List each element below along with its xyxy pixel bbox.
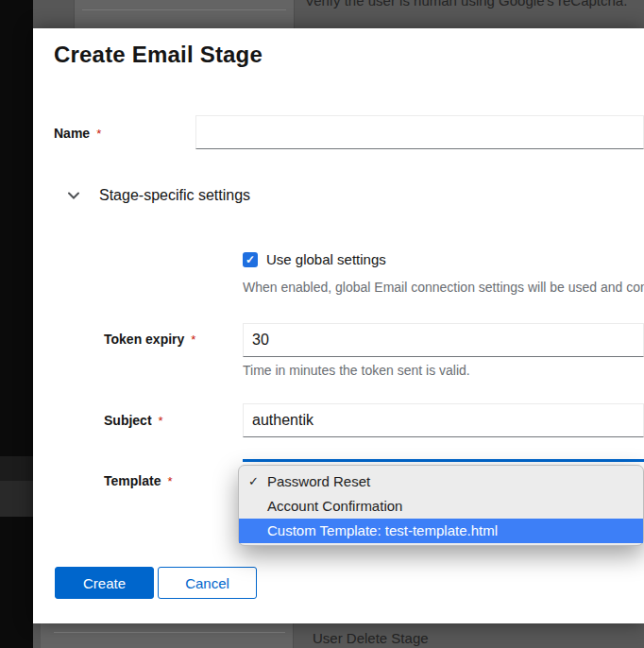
create-email-stage-modal: Create Email Stage Name* Stage-specific … [33,28,644,623]
name-label: Name* [54,126,101,141]
background-stage-name: User Delete Stage [313,630,429,646]
required-asterisk: * [167,474,172,488]
required-asterisk: * [96,127,101,141]
create-button[interactable]: Create [55,567,154,599]
stage-settings-toggle[interactable]: Stage-specific settings [67,187,250,204]
use-global-label[interactable]: Use global settings [266,251,386,267]
cancel-button[interactable]: Cancel [158,567,257,599]
sidebar-item-highlight [0,481,33,517]
background-page-bottom: User Delete Stage [0,623,644,648]
token-expiry-help: Time in minutes the token sent is valid. [243,363,644,378]
dropdown-option-password-reset[interactable]: ✓ Password Reset [239,469,643,494]
template-select-focus-border [243,459,644,462]
use-global-help: When enabled, global Email connection se… [243,280,644,295]
check-icon: ✓ [246,253,255,266]
template-label: Template* [104,473,173,488]
use-global-checkbox[interactable]: ✓ [243,252,258,267]
token-expiry-input[interactable] [243,323,644,357]
subject-label: Subject* [104,413,163,428]
selected-check-icon: ✓ [248,469,259,494]
background-table-cell [74,0,295,28]
section-label: Stage-specific settings [99,187,250,204]
name-input[interactable] [195,115,644,149]
required-asterisk: * [191,333,195,347]
subject-input[interactable] [243,403,644,437]
template-dropdown: ✓ Password Reset Account Confirmation Cu… [238,465,644,546]
dropdown-option-custom-template[interactable]: Custom Template: test-template.html [239,519,643,543]
background-captcha-description: Verify the user is human using Google's … [305,0,627,9]
token-expiry-label: Token expiry* [104,332,195,347]
app-sidebar [0,0,33,648]
dropdown-option-account-confirmation[interactable]: Account Confirmation [239,494,643,519]
chevron-down-icon [67,191,80,200]
modal-title: Create Email Stage [54,42,263,68]
sidebar-item-highlight [0,456,33,481]
background-page-top: Verify the user is human using Google's … [0,0,644,28]
background-table-cell [41,623,294,648]
required-asterisk: * [159,414,163,428]
